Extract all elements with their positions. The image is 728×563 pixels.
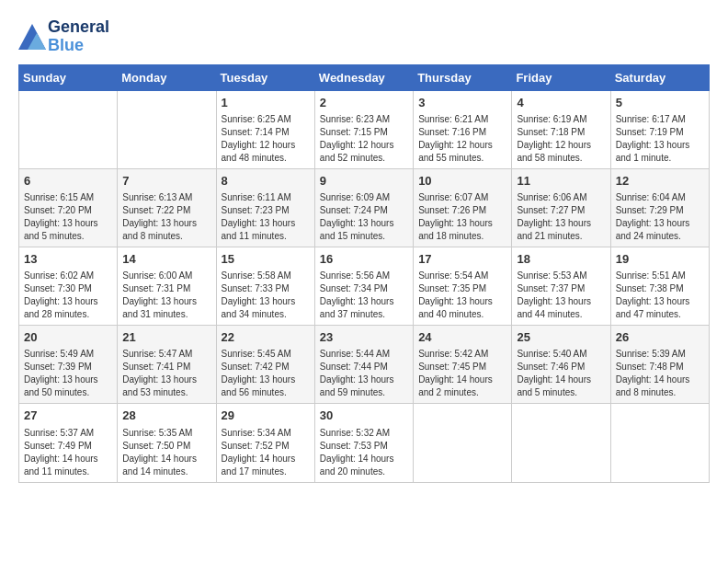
day-number: 12: [616, 173, 704, 190]
day-number: 27: [24, 408, 112, 424]
day-info: Sunrise: 6:25 AM Sunset: 7:14 PM Dayligh…: [222, 113, 310, 165]
day-number: 18: [517, 251, 605, 268]
calendar-week-row: 13Sunrise: 6:02 AM Sunset: 7:30 PM Dayli…: [19, 247, 710, 325]
calendar-cell: 21Sunrise: 5:47 AM Sunset: 7:41 PM Dayli…: [118, 326, 216, 404]
calendar-week-row: 20Sunrise: 5:49 AM Sunset: 7:39 PM Dayli…: [19, 326, 710, 404]
day-info: Sunrise: 5:35 AM Sunset: 7:50 PM Dayligh…: [122, 427, 210, 478]
day-number: 1: [222, 95, 310, 111]
day-number: 30: [320, 408, 408, 424]
day-info: Sunrise: 5:42 AM Sunset: 7:45 PM Dayligh…: [418, 348, 506, 399]
day-number: 26: [616, 329, 704, 346]
day-info: Sunrise: 6:13 AM Sunset: 7:22 PM Dayligh…: [122, 191, 210, 243]
calendar-cell: 29Sunrise: 5:34 AM Sunset: 7:52 PM Dayli…: [216, 404, 314, 482]
day-info: Sunrise: 6:17 AM Sunset: 7:19 PM Dayligh…: [616, 113, 704, 165]
day-number: 3: [418, 95, 506, 111]
day-info: Sunrise: 5:37 AM Sunset: 7:49 PM Dayligh…: [24, 427, 112, 478]
day-number: 13: [24, 251, 112, 268]
day-number: 9: [320, 173, 408, 190]
day-number: 29: [222, 408, 310, 424]
calendar-cell: 24Sunrise: 5:42 AM Sunset: 7:45 PM Dayli…: [414, 326, 512, 404]
logo-text: General Blue: [48, 18, 109, 55]
day-number: 24: [418, 329, 506, 346]
calendar-cell: 27Sunrise: 5:37 AM Sunset: 7:49 PM Dayli…: [19, 404, 118, 482]
calendar-cell: 19Sunrise: 5:51 AM Sunset: 7:38 PM Dayli…: [610, 247, 709, 325]
calendar-cell: 12Sunrise: 6:04 AM Sunset: 7:29 PM Dayli…: [610, 168, 709, 247]
day-info: Sunrise: 5:58 AM Sunset: 7:33 PM Dayligh…: [222, 270, 310, 321]
day-number: 7: [122, 173, 210, 190]
day-info: Sunrise: 6:23 AM Sunset: 7:15 PM Dayligh…: [320, 113, 408, 165]
day-info: Sunrise: 5:54 AM Sunset: 7:35 PM Dayligh…: [418, 270, 506, 321]
calendar-cell: 26Sunrise: 5:39 AM Sunset: 7:48 PM Dayli…: [610, 326, 709, 404]
weekday-header-sunday: Sunday: [19, 64, 118, 90]
calendar-week-row: 1Sunrise: 6:25 AM Sunset: 7:14 PM Daylig…: [19, 90, 710, 168]
day-info: Sunrise: 6:07 AM Sunset: 7:26 PM Dayligh…: [418, 191, 506, 243]
calendar-cell: [19, 90, 118, 168]
day-number: 23: [320, 329, 408, 346]
calendar-cell: 1Sunrise: 6:25 AM Sunset: 7:14 PM Daylig…: [216, 90, 314, 168]
calendar-cell: 3Sunrise: 6:21 AM Sunset: 7:16 PM Daylig…: [414, 90, 512, 168]
calendar-cell: [610, 404, 709, 482]
weekday-header-saturday: Saturday: [610, 64, 709, 90]
calendar-cell: 7Sunrise: 6:13 AM Sunset: 7:22 PM Daylig…: [118, 168, 216, 247]
day-info: Sunrise: 6:04 AM Sunset: 7:29 PM Dayligh…: [616, 191, 704, 243]
day-number: 21: [122, 329, 210, 346]
day-info: Sunrise: 6:00 AM Sunset: 7:31 PM Dayligh…: [122, 270, 210, 321]
calendar-cell: 11Sunrise: 6:06 AM Sunset: 7:27 PM Dayli…: [512, 168, 610, 247]
calendar-cell: [118, 90, 216, 168]
calendar-cell: 20Sunrise: 5:49 AM Sunset: 7:39 PM Dayli…: [19, 326, 118, 404]
day-number: 6: [24, 173, 112, 190]
day-number: 14: [122, 251, 210, 268]
calendar-cell: 17Sunrise: 5:54 AM Sunset: 7:35 PM Dayli…: [414, 247, 512, 325]
calendar-cell: 25Sunrise: 5:40 AM Sunset: 7:46 PM Dayli…: [512, 326, 610, 404]
day-number: 8: [222, 173, 310, 190]
calendar-cell: 2Sunrise: 6:23 AM Sunset: 7:15 PM Daylig…: [314, 90, 413, 168]
day-info: Sunrise: 6:02 AM Sunset: 7:30 PM Dayligh…: [24, 270, 112, 321]
day-info: Sunrise: 5:44 AM Sunset: 7:44 PM Dayligh…: [320, 348, 408, 399]
day-number: 28: [122, 408, 210, 424]
day-info: Sunrise: 5:47 AM Sunset: 7:41 PM Dayligh…: [122, 348, 210, 399]
calendar-week-row: 6Sunrise: 6:15 AM Sunset: 7:20 PM Daylig…: [19, 168, 710, 247]
day-info: Sunrise: 5:40 AM Sunset: 7:46 PM Dayligh…: [517, 348, 605, 399]
calendar-cell: 8Sunrise: 6:11 AM Sunset: 7:23 PM Daylig…: [216, 168, 314, 247]
day-info: Sunrise: 5:45 AM Sunset: 7:42 PM Dayligh…: [222, 348, 310, 399]
calendar-cell: 9Sunrise: 6:09 AM Sunset: 7:24 PM Daylig…: [314, 168, 413, 247]
day-number: 2: [320, 95, 408, 111]
day-number: 19: [616, 251, 704, 268]
day-number: 15: [222, 251, 310, 268]
day-info: Sunrise: 5:39 AM Sunset: 7:48 PM Dayligh…: [616, 348, 704, 399]
calendar-cell: 5Sunrise: 6:17 AM Sunset: 7:19 PM Daylig…: [610, 90, 709, 168]
day-number: 17: [418, 251, 506, 268]
calendar-table: SundayMondayTuesdayWednesdayThursdayFrid…: [18, 64, 710, 483]
weekday-header-row: SundayMondayTuesdayWednesdayThursdayFrid…: [19, 64, 710, 90]
day-number: 20: [24, 329, 112, 346]
day-info: Sunrise: 6:15 AM Sunset: 7:20 PM Dayligh…: [24, 191, 112, 243]
day-info: Sunrise: 5:56 AM Sunset: 7:34 PM Dayligh…: [320, 270, 408, 321]
day-info: Sunrise: 6:19 AM Sunset: 7:18 PM Dayligh…: [517, 113, 605, 165]
page-header: General Blue: [18, 18, 710, 55]
day-info: Sunrise: 6:21 AM Sunset: 7:16 PM Dayligh…: [418, 113, 506, 165]
calendar-week-row: 27Sunrise: 5:37 AM Sunset: 7:49 PM Dayli…: [19, 404, 710, 482]
weekday-header-wednesday: Wednesday: [314, 64, 413, 90]
day-number: 16: [320, 251, 408, 268]
calendar-cell: 6Sunrise: 6:15 AM Sunset: 7:20 PM Daylig…: [19, 168, 118, 247]
day-number: 10: [418, 173, 506, 190]
day-info: Sunrise: 5:34 AM Sunset: 7:52 PM Dayligh…: [222, 427, 310, 478]
weekday-header-thursday: Thursday: [414, 64, 512, 90]
calendar-cell: 16Sunrise: 5:56 AM Sunset: 7:34 PM Dayli…: [314, 247, 413, 325]
day-info: Sunrise: 6:06 AM Sunset: 7:27 PM Dayligh…: [517, 191, 605, 243]
weekday-header-friday: Friday: [512, 64, 610, 90]
weekday-header-tuesday: Tuesday: [216, 64, 314, 90]
calendar-cell: 15Sunrise: 5:58 AM Sunset: 7:33 PM Dayli…: [216, 247, 314, 325]
calendar-cell: 14Sunrise: 6:00 AM Sunset: 7:31 PM Dayli…: [118, 247, 216, 325]
day-number: 25: [517, 329, 605, 346]
day-info: Sunrise: 5:32 AM Sunset: 7:53 PM Dayligh…: [320, 427, 408, 478]
calendar-cell: 18Sunrise: 5:53 AM Sunset: 7:37 PM Dayli…: [512, 247, 610, 325]
day-number: 22: [222, 329, 310, 346]
day-number: 5: [616, 95, 704, 111]
calendar-cell: [414, 404, 512, 482]
weekday-header-monday: Monday: [118, 64, 216, 90]
day-number: 11: [517, 173, 605, 190]
day-info: Sunrise: 6:09 AM Sunset: 7:24 PM Dayligh…: [320, 191, 408, 243]
day-info: Sunrise: 5:49 AM Sunset: 7:39 PM Dayligh…: [24, 348, 112, 399]
day-info: Sunrise: 5:53 AM Sunset: 7:37 PM Dayligh…: [517, 270, 605, 321]
